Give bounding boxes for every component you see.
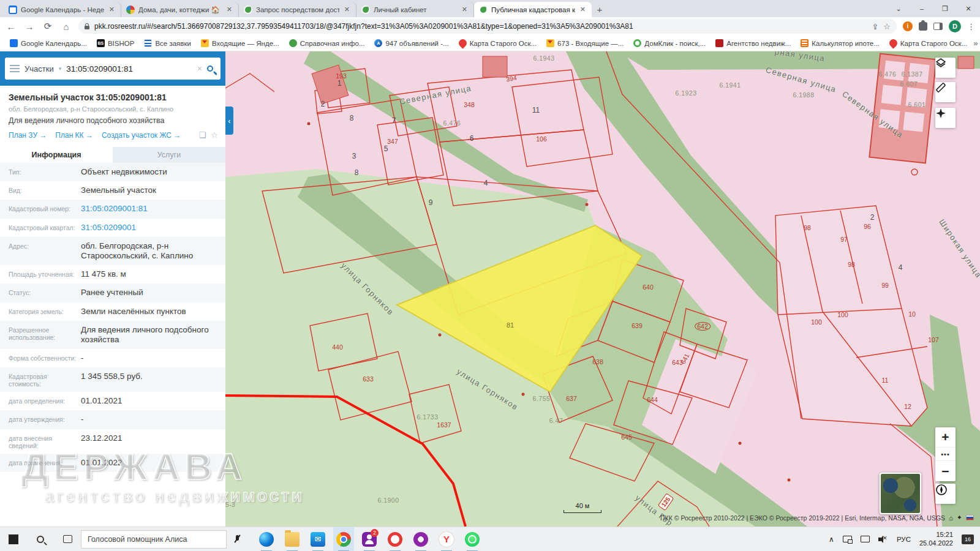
display-network-icon[interactable]	[861, 536, 870, 542]
task-view-button[interactable]	[54, 527, 81, 551]
window-dropdown-icon[interactable]: ⌄	[887, 5, 910, 13]
tab-close-icon[interactable]: ✕	[225, 6, 233, 13]
bookmark-item[interactable]: Карта Старого Оск...	[455, 37, 540, 49]
taskbar-app-whatsapp[interactable]	[462, 527, 483, 551]
extensions-puzzle-icon[interactable]	[919, 22, 927, 31]
share-icon[interactable]: ⇪	[872, 22, 878, 31]
tab-services[interactable]: Услуги	[113, 147, 225, 163]
measure-button[interactable]	[935, 82, 956, 102]
language-indicator[interactable]: РУС	[897, 536, 911, 543]
bookmark-item[interactable]: ДомКлик - поиск,...	[630, 37, 709, 49]
bookmark-item[interactable]: Все заявки	[140, 37, 194, 49]
bookmarks-overflow-chevron[interactable]: »	[973, 39, 978, 48]
new-tab-button[interactable]: +	[592, 1, 608, 17]
info-row-value-link[interactable]: 31:05:0209001:81	[81, 204, 218, 214]
star-icon[interactable]: ✦	[957, 514, 962, 522]
info-row-value: 01.01.2021	[81, 396, 218, 406]
taskbar-app-contacts[interactable]: 2	[359, 527, 380, 551]
cast-icon[interactable]	[843, 536, 852, 542]
info-row-label: Тип:	[9, 167, 81, 176]
window-minimize-button[interactable]: –	[910, 5, 933, 12]
taskbar-app-purple[interactable]	[410, 527, 431, 551]
home-icon[interactable]: ⌂	[949, 514, 953, 522]
taskbar-app-mail[interactable]: ✉	[307, 527, 328, 551]
window-restore-button[interactable]: ❒	[933, 5, 957, 13]
taskbar-app-chrome[interactable]	[333, 527, 354, 551]
tab-close-icon[interactable]: ✕	[108, 6, 116, 13]
basemap-thumbnail[interactable]	[880, 473, 921, 514]
taskbar-app-explorer[interactable]	[282, 527, 303, 551]
tab-close-icon[interactable]: ✕	[579, 6, 587, 13]
clear-search-icon[interactable]: ×	[197, 64, 202, 73]
zoom-in-button[interactable]: +	[935, 427, 956, 448]
bookmark-item[interactable]: Агентство недвиж...	[712, 37, 794, 49]
microphone-muted-icon[interactable]	[234, 535, 240, 544]
browser-menu-icon[interactable]: ⋮	[967, 22, 975, 31]
bs-icon: BS	[97, 39, 105, 47]
panel-collapse-button[interactable]: ‹	[225, 107, 233, 135]
tray-chevron-icon[interactable]: ∧	[829, 535, 834, 544]
search-icon[interactable]	[207, 66, 213, 72]
bookmark-item[interactable]: Справочная инфо...	[285, 37, 369, 49]
taskbar-app-opera[interactable]	[385, 527, 405, 551]
bookmark-item[interactable]: Карта Старого Оск...	[886, 37, 971, 49]
home-button[interactable]: ⌂	[60, 21, 72, 32]
notification-center-button[interactable]: 16	[962, 534, 974, 544]
layers-button[interactable]	[935, 58, 956, 78]
clock[interactable]: 15:21 25.04.2022	[919, 531, 953, 548]
tab-information[interactable]: Информация	[0, 147, 113, 163]
cadastral-map[interactable]: Северная улицарная улицаСеверная улицаСе…	[225, 51, 980, 527]
info-row-value-link[interactable]: 31:05:0209001	[81, 223, 218, 233]
browser-tab[interactable]: Запрос посредством доступа к✕	[239, 2, 356, 17]
tab-close-icon[interactable]: ✕	[343, 6, 351, 13]
bookmark-item[interactable]: Входящие — Янде...	[197, 37, 283, 49]
back-button[interactable]: ←	[5, 21, 17, 32]
create-parcel-link[interactable]: Создать участок ЖС →	[102, 131, 181, 140]
tab-close-icon[interactable]: ✕	[461, 6, 469, 13]
taskbar-app-edge[interactable]	[256, 527, 277, 551]
bookmark-item[interactable]: BSBISHOP	[93, 37, 138, 49]
bookmark-item[interactable]: Калькулятор ипоте...	[797, 37, 883, 49]
forward-button[interactable]: →	[23, 21, 36, 32]
browser-tab[interactable]: Публичная кадастровая карта✕	[474, 2, 592, 17]
browser-tab[interactable]: Google Календарь - Неделя: 25✕	[4, 2, 121, 17]
sidebar-icon[interactable]	[933, 23, 943, 30]
locate-button[interactable]	[935, 108, 956, 128]
bookmark-star-icon[interactable]: ☆	[883, 22, 891, 31]
search-input[interactable]: 31:05:0209001:81	[66, 64, 192, 73]
profile-avatar[interactable]: D	[949, 20, 961, 32]
calc-icon	[801, 39, 809, 47]
extension-i-icon[interactable]: i	[903, 21, 913, 31]
zoom-out-button[interactable]: −	[935, 461, 956, 481]
bookmark-item[interactable]: А947 объявлений -...	[371, 37, 452, 49]
browser-tab[interactable]: Личный кабинет✕	[356, 2, 474, 17]
plan-zu-link[interactable]: План ЗУ →	[9, 131, 47, 140]
compass-button[interactable]	[935, 484, 956, 504]
reload-button[interactable]: ⟳	[42, 21, 54, 32]
taskbar-search-button[interactable]	[27, 527, 54, 551]
menu-burger-icon[interactable]	[10, 65, 20, 72]
taskbar-app-yandex[interactable]: Y	[436, 527, 457, 551]
padlock-icon[interactable]	[85, 26, 89, 29]
info-row: Кадастровый квартал:31:05:0209001	[0, 219, 225, 237]
volume-muted-icon[interactable]	[878, 536, 888, 543]
bookmark-label: 947 объявлений -...	[385, 40, 448, 47]
url-text[interactable]: pkk.rosreestr.ru/#/search/51.36697008729…	[94, 22, 867, 31]
start-button[interactable]	[0, 527, 27, 551]
search-box[interactable]: Участки ▾ 31:05:0209001:81 ×	[5, 58, 221, 80]
address-bar[interactable]: pkk.rosreestr.ru/#/search/51.36697008729…	[78, 19, 897, 34]
alisa-placeholder: Голосовой помощник Алиса	[88, 535, 187, 544]
alisa-search-box[interactable]: Голосовой помощник Алиса	[81, 530, 227, 549]
browser-tab-strip: Google Календарь - Неделя: 25✕Дома, дачи…	[0, 0, 980, 17]
preview-icon[interactable]: ❏	[199, 130, 206, 140]
zoom-more-button[interactable]: •••	[935, 448, 956, 461]
plan-kk-link[interactable]: План КК →	[55, 131, 93, 140]
favorite-star-icon[interactable]: ☆	[211, 130, 218, 140]
bookmark-item[interactable]: 673 - Входящие —...	[543, 37, 627, 49]
search-category-select[interactable]: Участки	[24, 64, 54, 73]
browser-tab[interactable]: Дома, дачи, коттеджи 🏠 в Ста✕	[121, 2, 239, 17]
bookmark-item[interactable]: Google Календарь...	[6, 37, 91, 49]
agency-icon	[715, 39, 723, 47]
window-close-button[interactable]: ✕	[957, 5, 980, 13]
chevron-down-icon[interactable]: ▾	[59, 66, 62, 72]
